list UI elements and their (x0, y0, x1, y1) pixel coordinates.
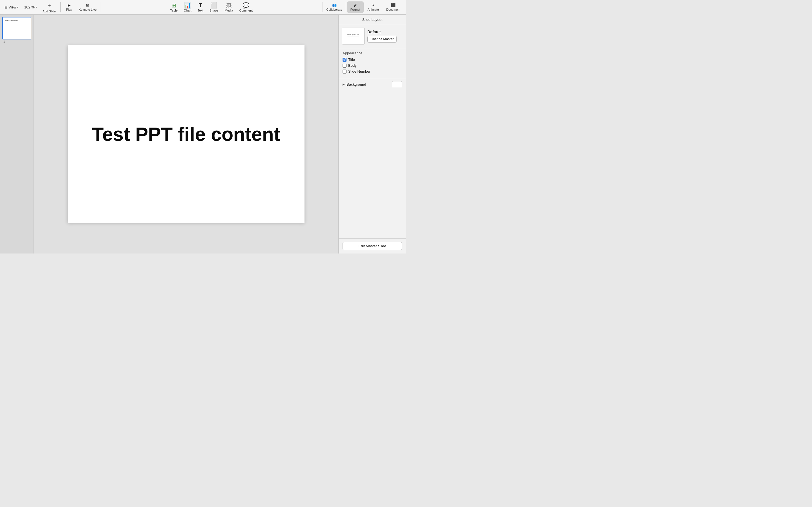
body-checkbox-row: Body (343, 63, 402, 68)
appearance-section: Appearance Title Body Slide Number (339, 48, 406, 78)
table-icon: ⊞ (171, 3, 176, 8)
body-checkbox[interactable] (343, 64, 347, 68)
right-panel: Slide Layout Lorem Ipsum Dolor Default C… (338, 15, 406, 253)
separator (60, 2, 61, 12)
document-label: Document (386, 8, 400, 11)
slide-panel: Test PPT file content 1 (0, 15, 34, 253)
title-checkbox-label[interactable]: Title (348, 57, 355, 62)
view-button[interactable]: ⊞ View ▾ (2, 4, 21, 10)
animate-label: Animate (368, 8, 379, 11)
title-checkbox-row: Title (343, 57, 402, 62)
text-button[interactable]: T Text (195, 1, 206, 13)
edit-master-slide-button[interactable]: Edit Master Slide (343, 242, 402, 250)
background-label: Background (347, 82, 366, 87)
appearance-title: Appearance (343, 51, 402, 55)
table-button[interactable]: ⊞ Table (167, 1, 181, 13)
master-preview-section: Lorem Ipsum Dolor Default Change Master (339, 24, 406, 48)
format-label: Format (350, 8, 360, 11)
canvas-area[interactable]: Test PPT file content (34, 15, 338, 253)
background-section: ▶ Background (339, 78, 406, 90)
keynote-live-button[interactable]: ⊡ Keynote Live (77, 2, 99, 12)
view-chevron-icon: ▾ (17, 6, 18, 9)
shape-icon: ⬜ (210, 3, 217, 8)
toolbar-center-group: ⊞ Table 📊 Chart T Text ⬜ Shape 🖼 Media 💬… (101, 1, 322, 13)
master-thumb-line-2 (347, 38, 356, 38)
document-icon: ⬛ (391, 3, 396, 7)
zoom-value: 102 % (24, 5, 35, 9)
background-row: ▶ Background (343, 81, 402, 87)
background-color-swatch[interactable] (392, 81, 402, 87)
background-disclosure-triangle[interactable]: ▶ (343, 83, 345, 86)
slide-thumb-text: Test PPT file content (5, 20, 18, 21)
slide-number-checkbox-label[interactable]: Slide Number (348, 69, 370, 73)
separator-4 (346, 2, 346, 12)
document-tab-button[interactable]: ⬛ Document (383, 1, 404, 13)
toolbar: ⊞ View ▾ 102 % ▾ + Add Slide ▶ Play ⊡ Ke… (0, 0, 406, 15)
table-label: Table (170, 9, 177, 12)
master-name: Default (367, 30, 397, 34)
animate-tab-button[interactable]: ✦ Animate (364, 1, 382, 13)
slide-thumb-inner: Test PPT file content (4, 18, 30, 38)
media-button[interactable]: 🖼 Media (222, 1, 236, 13)
format-icon: 🖌 (354, 3, 357, 7)
keynote-live-label: Keynote Live (79, 8, 97, 11)
collaborate-label: Collaborate (326, 8, 342, 11)
add-slide-icon: + (47, 2, 51, 9)
chart-icon: 📊 (184, 3, 191, 8)
play-label: Play (66, 8, 72, 11)
toolbar-left-group: ⊞ View ▾ 102 % ▾ + Add Slide ▶ Play ⊡ Ke… (2, 1, 99, 14)
view-icon: ⊞ (4, 5, 8, 9)
main-area: Test PPT file content 1 Test PPT file co… (0, 15, 406, 253)
play-icon: ▶ (68, 3, 70, 7)
slide-number-checkbox[interactable] (343, 69, 347, 73)
slide-thumbnail[interactable]: Test PPT file content 1 (2, 17, 31, 40)
media-icon: 🖼 (226, 3, 232, 8)
separator-3 (322, 2, 323, 12)
title-checkbox[interactable] (343, 58, 347, 62)
slide-main-text: Test PPT file content (80, 124, 293, 145)
collaborate-button[interactable]: 👥 Collaborate (324, 2, 344, 12)
change-master-button[interactable]: Change Master (367, 36, 397, 43)
comment-label: Comment (239, 9, 253, 12)
collaborate-icon: 👥 (332, 3, 337, 7)
shape-button[interactable]: ⬜ Shape (207, 1, 221, 13)
media-label: Media (225, 9, 233, 12)
zoom-button[interactable]: 102 % ▾ (22, 4, 39, 10)
master-preview-thumbnail: Lorem Ipsum Dolor (342, 27, 364, 45)
text-icon: T (199, 3, 202, 8)
slide-number: 1 (3, 40, 5, 43)
add-slide-label: Add Slide (43, 10, 56, 13)
panel-title: Slide Layout (339, 15, 406, 24)
separator-2 (100, 2, 100, 12)
master-info: Default Change Master (367, 30, 397, 43)
master-thumb-lorem-text: Lorem Ipsum Dolor (347, 34, 359, 36)
view-label: View (8, 5, 16, 9)
shape-label: Shape (209, 9, 218, 12)
animate-icon: ✦ (371, 3, 375, 7)
chart-button[interactable]: 📊 Chart (181, 1, 194, 13)
format-tab-button[interactable]: 🖌 Format (347, 1, 364, 13)
body-checkbox-label[interactable]: Body (348, 63, 357, 68)
play-button[interactable]: ▶ Play (63, 2, 75, 12)
master-thumb-lines (347, 37, 359, 38)
zoom-chevron-icon: ▾ (36, 6, 37, 9)
comment-icon: 💬 (243, 3, 250, 8)
add-slide-button[interactable]: + Add Slide (40, 1, 58, 14)
slide-canvas: Test PPT file content (68, 45, 305, 223)
toolbar-right-group: 🖌 Format ✦ Animate ⬛ Document (347, 1, 404, 13)
keynote-live-icon: ⊡ (86, 3, 89, 7)
edit-master-section: Edit Master Slide (339, 238, 406, 253)
text-label: Text (198, 9, 203, 12)
slide-number-checkbox-row: Slide Number (343, 69, 402, 73)
chart-label: Chart (184, 9, 192, 12)
comment-button[interactable]: 💬 Comment (237, 1, 256, 13)
master-thumb-line-1 (347, 37, 359, 37)
